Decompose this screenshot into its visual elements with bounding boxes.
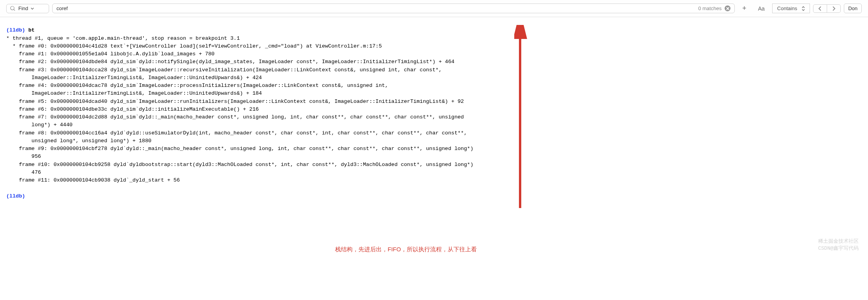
search-icon xyxy=(10,5,16,12)
console-line: ImageLoader::InitializerTimingList&, Ima… xyxy=(6,74,862,82)
svg-line-1 xyxy=(14,9,15,11)
matches-count: 0 matches xyxy=(698,5,722,11)
find-mode-selector[interactable]: Find xyxy=(6,4,49,13)
done-button[interactable]: Don xyxy=(844,4,862,13)
console-line: unsigned long*, unsigned long*) + 1880 xyxy=(6,137,862,145)
console-line: frame #9: 0x0000000104cbf278 dyld`dyld::… xyxy=(6,145,862,153)
annotation-text: 栈结构，先进后出，FIFO，所以执行流程，从下往上看 xyxy=(335,245,477,254)
chevron-left-icon xyxy=(818,6,822,11)
console-line: frame #5: 0x0000000104dcad40 dyld_sim`Im… xyxy=(6,98,862,106)
console-line: frame #2: 0x0000000104dbde84 dyld_sim`dy… xyxy=(6,58,862,66)
case-sensitive-toggle[interactable]: Aa xyxy=(754,4,769,14)
contains-label: Contains xyxy=(777,5,797,11)
add-button[interactable]: + xyxy=(738,2,751,14)
console-line: frame #6: 0x0000000104dbe33c dyld_sim`dy… xyxy=(6,106,862,113)
console-line: frame #11: 0x0000000104cb9038 dyld`_dyld… xyxy=(6,176,862,184)
console-line: 476 xyxy=(6,169,862,176)
chevron-down-icon xyxy=(30,7,34,11)
updown-icon xyxy=(802,6,805,11)
console-line: long*) + 4440 xyxy=(6,121,862,129)
lldb-prompt-end: (lldb) xyxy=(6,193,25,199)
console-line: frame #1: 0x00000001055e1a04 libobjc.A.d… xyxy=(6,50,862,58)
console-line: frame #4: 0x0000000104dcac78 dyld_sim`Im… xyxy=(6,82,862,90)
watermark-juejin: 稀土掘金技术社区 xyxy=(818,238,859,245)
console-line: frame #3: 0x0000000104dcca28 dyld_sim`Im… xyxy=(6,66,862,74)
close-icon xyxy=(726,7,729,10)
find-prev-button[interactable] xyxy=(813,5,827,12)
find-nav-group xyxy=(813,4,841,13)
lldb-console: (lldb) bt * thread #1, queue = 'com.appl… xyxy=(0,17,868,257)
console-line: ImageLoader::InitializerTimingList&, Ima… xyxy=(6,90,862,97)
find-next-button[interactable] xyxy=(827,5,840,12)
match-type-selector[interactable]: Contains xyxy=(772,4,810,13)
search-input[interactable] xyxy=(56,5,698,11)
search-field-container: 0 matches xyxy=(52,4,735,13)
chevron-right-icon xyxy=(832,6,836,11)
console-line: * thread #1, queue = 'com.apple.main-thr… xyxy=(6,35,862,42)
svg-point-0 xyxy=(11,6,14,10)
lldb-prompt: (lldb) xyxy=(6,27,25,33)
console-line: frame #8: 0x0000000104cc16a4 dyld`dyld::… xyxy=(6,129,862,137)
lldb-command: bt xyxy=(28,27,35,33)
watermark-csdn: CSDN@鑫宇写代码 xyxy=(818,245,859,252)
find-toolbar: Find 0 matches + Aa Contains Don xyxy=(0,0,868,17)
find-label: Find xyxy=(18,5,28,11)
backtrace-output: * thread #1, queue = 'com.apple.main-thr… xyxy=(6,35,862,185)
console-line: 956 xyxy=(6,153,862,161)
console-line: frame #7: 0x0000000104dc2d88 dyld_sim`dy… xyxy=(6,113,862,121)
clear-search-button[interactable] xyxy=(725,5,730,11)
console-line: * frame #0: 0x0000000104c41d28 text`+[Vi… xyxy=(6,42,862,50)
console-line: frame #10: 0x0000000104cb9258 dyld`dyldb… xyxy=(6,161,862,169)
